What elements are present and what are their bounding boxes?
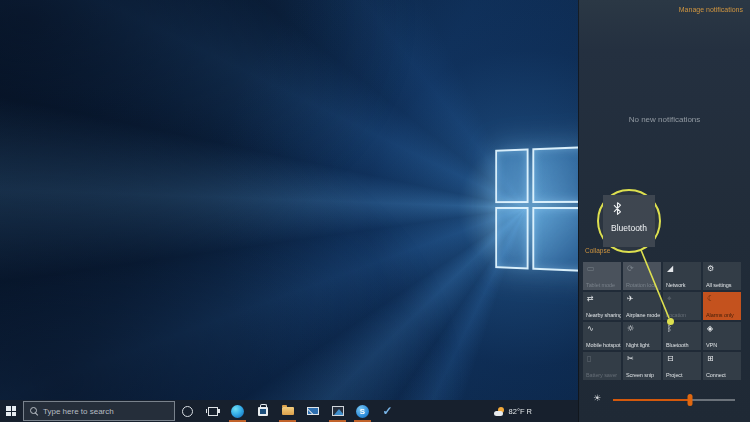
tile-connect[interactable]: ⊞Connect (703, 352, 741, 380)
system-tray-weather[interactable]: 82°F R (494, 400, 532, 422)
tile-label: VPN (706, 342, 717, 348)
network-icon: ◢ (667, 264, 673, 273)
tile-label: Nearby sharing (586, 312, 621, 318)
tile-label: Tablet mode (586, 282, 615, 288)
tile-alarms-only[interactable]: ☾Alarms only (703, 292, 741, 320)
taskbar-app-mail[interactable] (300, 400, 325, 422)
brightness-slider-fill (613, 399, 690, 401)
all-settings-icon: ⚙ (707, 264, 714, 273)
brightness-slider-thumb[interactable] (687, 394, 692, 406)
taskbar-app-cortana[interactable] (175, 400, 200, 422)
connect-icon: ⊞ (707, 354, 714, 363)
bluetooth-icon (613, 202, 622, 215)
brightness-slider[interactable] (613, 399, 735, 401)
edge-icon (231, 405, 244, 418)
tile-tablet-mode: ▭Tablet mode (583, 262, 621, 290)
task-view-icon (208, 407, 218, 416)
cortana-icon (182, 406, 193, 417)
tile-bluetooth[interactable]: ᛒBluetooth (663, 322, 701, 350)
desktop-wallpaper (0, 0, 578, 400)
tile-location[interactable]: ⌖Location (663, 292, 701, 320)
taskbar-app-edge[interactable] (225, 400, 250, 422)
tile-label: All settings (706, 282, 731, 288)
desktop-screen: Type here to search S✓ 82°F R Manage not… (0, 0, 750, 422)
search-input[interactable]: Type here to search (23, 401, 175, 421)
night-light-icon: ☼ (627, 324, 634, 333)
file-explorer-icon (282, 407, 294, 415)
project-icon: ⊟ (667, 354, 674, 363)
tile-label: Rotation lock (626, 282, 657, 288)
tile-vpn[interactable]: ◈VPN (703, 322, 741, 350)
tile-label: Project (666, 372, 682, 378)
taskbar-app-file-explorer[interactable] (275, 400, 300, 422)
tile-airplane-mode[interactable]: ✈Airplane mode (623, 292, 661, 320)
tile-mobile-hotspot[interactable]: ∿Mobile hotspot (583, 322, 621, 350)
alarms-only-icon: ☾ (707, 294, 714, 303)
search-icon (30, 407, 38, 415)
bluetooth-icon: ᛒ (667, 324, 672, 333)
tile-label: Bluetooth (666, 342, 688, 348)
taskbar-app-task-view[interactable] (200, 400, 225, 422)
tile-nearby-sharing[interactable]: ⇄Nearby sharing (583, 292, 621, 320)
tile-label: Connect (706, 372, 726, 378)
store-icon (258, 407, 268, 416)
airplane-mode-icon: ✈ (627, 294, 634, 303)
tile-label: Battery saver (586, 372, 617, 378)
taskbar-app-photos[interactable] (325, 400, 350, 422)
tile-battery-saver[interactable]: ▯Battery saver (583, 352, 621, 380)
tablet-mode-icon: ▭ (587, 264, 595, 273)
tile-label: Airplane mode (626, 312, 660, 318)
collapse-button[interactable]: Collapse (585, 247, 610, 254)
location-icon: ⌖ (667, 294, 672, 303)
taskbar-app-icons: S✓ (175, 400, 400, 422)
tile-label: Alarms only (706, 312, 734, 318)
photos-icon (332, 406, 344, 416)
tile-label: Mobile hotspot (586, 342, 620, 348)
no-notifications-message: No new notifications (579, 115, 750, 124)
taskbar-app-store[interactable] (250, 400, 275, 422)
tile-label: Location (666, 312, 686, 318)
brightness-row: ☀ (579, 390, 750, 408)
taskbar-app-skype[interactable]: S (350, 400, 375, 422)
tile-all-settings[interactable]: ⚙All settings (703, 262, 741, 290)
brightness-sun-icon: ☀ (593, 393, 601, 403)
skype-icon: S (356, 405, 369, 418)
search-placeholder-text: Type here to search (43, 407, 114, 416)
tile-rotation-lock: ⟳Rotation lock (623, 262, 661, 290)
tile-label: Night light (626, 342, 649, 348)
windows-logo-icon (6, 406, 16, 416)
bluetooth-callout-label: Bluetooth (603, 223, 655, 233)
taskbar-app-to-do[interactable]: ✓ (375, 400, 400, 422)
tile-network[interactable]: ◢Network (663, 262, 701, 290)
battery-saver-icon: ▯ (587, 354, 591, 363)
vpn-icon: ◈ (707, 324, 713, 333)
nearby-sharing-icon: ⇄ (587, 294, 594, 303)
mail-icon (307, 407, 319, 415)
rotation-lock-icon: ⟳ (627, 264, 634, 273)
tile-screen-snip[interactable]: ✂Screen snip (623, 352, 661, 380)
tile-project[interactable]: ⊟Project (663, 352, 701, 380)
screen-snip-icon: ✂ (627, 354, 634, 363)
weather-icon (494, 407, 505, 416)
weather-temperature: 82°F R (509, 407, 532, 416)
bluetooth-callout-circle: Bluetooth (597, 189, 661, 253)
bluetooth-callout-tile: Bluetooth (603, 195, 655, 247)
mobile-hotspot-icon: ∿ (587, 324, 594, 333)
quick-actions-grid: ▭Tablet mode⟳Rotation lock◢Network⚙All s… (583, 262, 743, 380)
tile-night-light[interactable]: ☼Night light (623, 322, 661, 350)
to-do-icon: ✓ (382, 405, 392, 417)
manage-notifications-link[interactable]: Manage notifications (679, 6, 743, 13)
wallpaper-vignette (0, 0, 578, 400)
start-button[interactable] (0, 400, 22, 422)
tile-label: Network (666, 282, 685, 288)
tile-label: Screen snip (626, 372, 654, 378)
